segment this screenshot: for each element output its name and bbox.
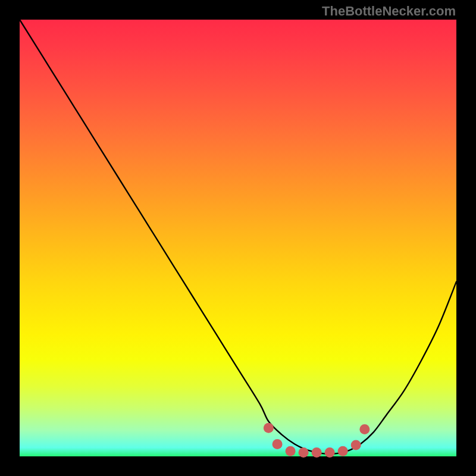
optimal-marker-dot [273,439,283,449]
optimal-marker-dot [359,424,369,434]
bottleneck-curve-line [20,20,456,454]
attribution-label: TheBottleNecker.com [322,4,456,19]
optimal-marker-dot [325,447,335,458]
chart-plot-area [20,20,456,456]
optimal-marker-dot [338,446,348,456]
optimal-marker-dot [299,447,309,458]
chart-svg [20,20,456,456]
optimal-marker-dot [312,447,322,458]
optimal-range-markers [264,423,369,458]
optimal-marker-dot [286,446,296,456]
optimal-marker-dot [351,440,361,450]
optimal-marker-dot [264,423,274,433]
